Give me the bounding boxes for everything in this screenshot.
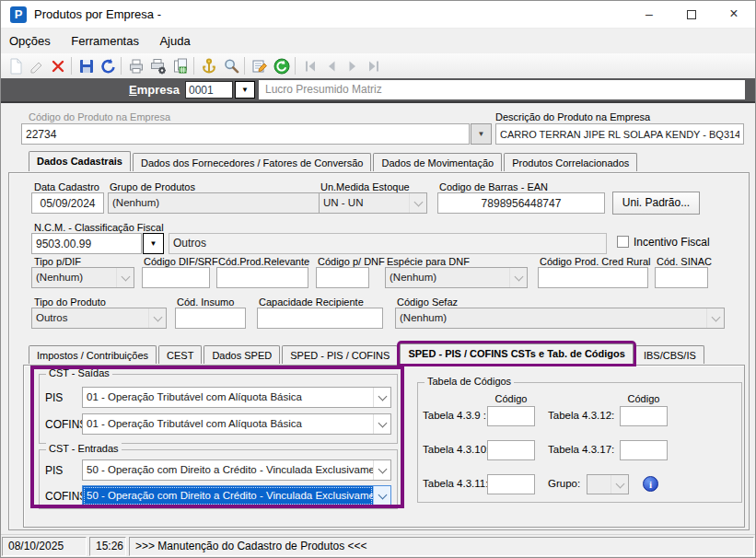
tab-dados-movimentacao[interactable]: Dados de Movimentação <box>373 153 502 171</box>
empresa-name-field: Lucro Presumido Matriz <box>259 80 745 99</box>
tab-produtos-correlacionados[interactable]: Produtos Correlacionados <box>504 153 637 171</box>
sinac-input[interactable] <box>655 267 708 288</box>
product-desc-label: Descrição do Produto na Empresa <box>495 111 650 122</box>
nav-next-icon <box>343 57 362 76</box>
anchor-button[interactable] <box>199 56 219 76</box>
saidas-pis-select[interactable]: 01 - Operação Tributável com Alíquota Bá… <box>82 387 391 408</box>
edit-button[interactable] <box>27 56 47 76</box>
dnf-label: Código p/ DNF <box>318 256 385 267</box>
especie-dnf-label: Espécie para DNF <box>387 256 470 267</box>
product-code-label: Código do Produto na Empresa <box>29 111 170 122</box>
save-button[interactable] <box>76 56 97 76</box>
nav-last-button[interactable] <box>364 56 384 76</box>
window-title: Produtos por Empresa - <box>34 1 161 29</box>
data-cadastro-label: Data Cadastro <box>34 181 99 192</box>
tabela-439-input[interactable] <box>487 406 535 426</box>
chevron-down-icon <box>373 414 390 434</box>
title-bar: P Produtos por Empresa - – × <box>1 1 755 29</box>
menu-ajuda[interactable]: Ajuda <box>151 29 198 53</box>
nav-first-icon <box>301 57 320 76</box>
tabela-4311-input[interactable] <box>487 474 535 494</box>
dnf-input[interactable] <box>316 267 369 288</box>
product-code-dropdown-button[interactable]: ▼ <box>471 123 492 145</box>
undo-button[interactable] <box>99 56 119 76</box>
saidas-cofins-select[interactable]: 01 - Operação Tributável com Alíquota Bá… <box>82 413 391 435</box>
tabela-4310-label: Tabela 4.3.10: <box>423 444 489 455</box>
menu-opcoes[interactable]: Opções <box>1 29 59 53</box>
tab-impostos-contribuicoes[interactable]: Impostos / Contribuições <box>29 345 157 364</box>
codigo-col1-header: Código <box>487 393 535 404</box>
tab-cest[interactable]: CEST <box>158 345 202 364</box>
print-setup-icon <box>149 57 168 76</box>
close-button[interactable]: × <box>713 1 755 29</box>
uni-padrao-button[interactable]: Uni. Padrão... <box>612 192 700 215</box>
refresh-button[interactable] <box>272 56 292 76</box>
tab-fornecedores-conversao[interactable]: Dados dos Fornecedores / Fatores de Conv… <box>133 153 372 171</box>
minimize-button[interactable]: – <box>628 1 670 29</box>
empresa-dropdown-button[interactable]: ▼ <box>235 81 255 99</box>
maximize-button[interactable] <box>670 1 713 29</box>
tipo-produto-value: Outros <box>32 308 148 328</box>
menu-ferramentas[interactable]: Ferramentas <box>63 29 147 53</box>
search-button[interactable] <box>221 56 241 76</box>
grupo-value <box>587 475 611 494</box>
status-time: 15:26 <box>89 537 126 556</box>
entradas-cofins-select[interactable]: 50 - Operação com Direito a Crédito - Vi… <box>82 485 391 506</box>
ean-input[interactable] <box>437 192 605 214</box>
toolbar <box>1 53 755 78</box>
prod-relevante-input[interactable] <box>216 267 308 288</box>
status-bar: 08/10/2025 15:26 >>> Manutenção do Cadas… <box>1 534 755 557</box>
nav-next-button[interactable] <box>343 56 363 76</box>
insumo-input[interactable] <box>175 308 246 329</box>
tipo-produto-select[interactable]: Outros <box>31 308 167 329</box>
new-button[interactable] <box>6 56 26 76</box>
sinac-label: Cód. SINAC <box>657 256 712 267</box>
nav-last-icon <box>365 57 383 76</box>
dif-srf-input[interactable] <box>142 267 210 288</box>
tab-dados-cadastrais[interactable]: Dados Cadastrais <box>29 151 131 171</box>
tab-dados-sped[interactable]: Dados SPED <box>204 345 280 364</box>
report-icon <box>171 57 190 76</box>
chevron-down-icon <box>509 268 527 287</box>
tabela-4317-input[interactable] <box>620 440 668 460</box>
status-date: 08/10/2025 <box>2 537 87 556</box>
tabela-4312-input[interactable] <box>620 406 668 426</box>
delete-button[interactable] <box>48 56 68 76</box>
main-tab-strip: Dados CadastraisDados dos Fornecedores /… <box>29 151 639 173</box>
nav-first-button[interactable] <box>300 56 320 76</box>
properties-button[interactable] <box>250 56 270 76</box>
grupo-produtos-label: Grupo de Produtos <box>110 181 195 192</box>
grupo-select[interactable] <box>587 474 629 494</box>
tipo-dif-select[interactable]: (Nenhum) <box>31 267 134 288</box>
print-button[interactable] <box>126 56 146 76</box>
tab-ibs-cbs-is[interactable]: IBS/CBS/IS <box>635 345 704 364</box>
incentivo-fiscal-checkbox[interactable] <box>617 236 629 248</box>
nav-prev-button[interactable] <box>321 56 342 76</box>
tabela-4310-input[interactable] <box>487 440 535 460</box>
especie-dnf-select[interactable]: (Nenhum) <box>385 267 528 288</box>
cred-rural-input[interactable] <box>538 267 648 288</box>
product-code-input[interactable] <box>21 123 470 145</box>
data-cadastro-input[interactable] <box>31 192 104 214</box>
chevron-down-icon <box>611 475 628 494</box>
ncm-dropdown-button[interactable]: ▼ <box>143 233 164 254</box>
entradas-pis-select[interactable]: 50 - Operação com Direito a Crédito - Vi… <box>82 459 391 481</box>
grupo-produtos-value: (Nenhum) <box>109 193 334 213</box>
info-icon[interactable]: i <box>643 476 658 492</box>
ncm-input[interactable] <box>31 233 142 254</box>
print-setup-button[interactable] <box>148 56 169 76</box>
toolbar-separator <box>193 57 194 75</box>
empresa-code-input[interactable] <box>185 81 233 99</box>
grupo-produtos-select[interactable]: (Nenhum) <box>108 192 353 214</box>
sefaz-select[interactable]: (Nenhum) <box>395 308 725 329</box>
report-button[interactable] <box>170 56 191 76</box>
app-window: P Produtos por Empresa - – × Opções Ferr… <box>0 0 756 558</box>
tabela-4312-label: Tabela 4.3.12: <box>548 410 614 421</box>
product-desc-input[interactable] <box>495 123 744 145</box>
unmedida-select[interactable]: UN - UN <box>319 192 427 214</box>
cst-saidas-title: CST - Saídas <box>46 367 112 378</box>
tab-sped-pis-cofins-csts[interactable]: SPED - PIS / COFINS CSTs e Tab. de Códig… <box>400 343 634 364</box>
tab-sped-pis-cofins[interactable]: SPED - PIS / COFINS <box>282 345 398 364</box>
chevron-down-icon <box>409 193 426 213</box>
capacidade-input[interactable] <box>257 308 383 329</box>
